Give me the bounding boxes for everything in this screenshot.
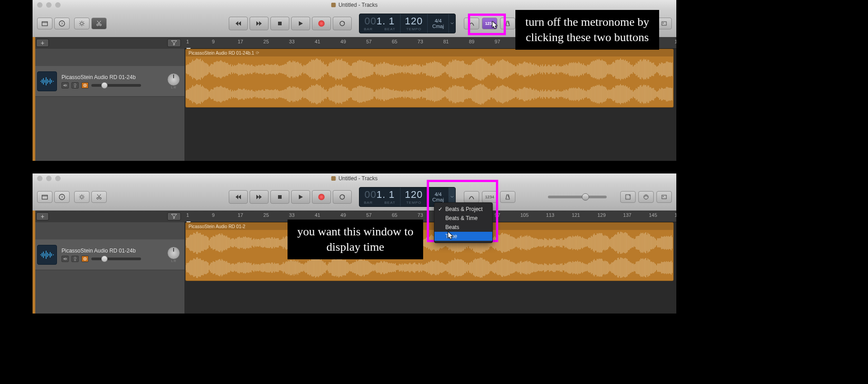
lcd-timesig[interactable]: 4/4 bbox=[434, 192, 441, 197]
add-track-button[interactable]: + bbox=[36, 212, 49, 220]
track-name[interactable]: PicassoStein Audio RD 01-24b bbox=[61, 74, 163, 80]
track-header[interactable]: PicassoStein Audio RD 01-24b L R bbox=[33, 66, 184, 97]
metronome-button[interactable] bbox=[500, 18, 515, 29]
zoom-dot[interactable] bbox=[55, 176, 61, 181]
scissors-icon[interactable] bbox=[91, 191, 107, 203]
stop-button[interactable] bbox=[270, 17, 289, 30]
window-controls[interactable] bbox=[37, 176, 61, 181]
ruler-mark: 137 bbox=[623, 212, 631, 218]
ruler-mark: 57 bbox=[366, 39, 372, 44]
volume-slider[interactable] bbox=[91, 258, 141, 260]
library-button[interactable] bbox=[37, 191, 52, 203]
lcd-timesig[interactable]: 4/4 bbox=[434, 18, 441, 23]
minimize-dot[interactable] bbox=[46, 176, 52, 181]
mute-button[interactable] bbox=[61, 256, 69, 262]
minimize-dot[interactable] bbox=[46, 2, 52, 8]
notepad-button[interactable] bbox=[620, 191, 636, 203]
audio-region[interactable]: PicassoStein Audio RD 01-24b.1⟳ bbox=[185, 49, 674, 108]
mute-button[interactable] bbox=[61, 82, 69, 89]
lcd-dropdown-button[interactable] bbox=[449, 14, 455, 33]
rewind-button[interactable] bbox=[229, 190, 248, 204]
lcd-tempo[interactable]: 120 bbox=[405, 16, 423, 26]
close-dot[interactable] bbox=[37, 2, 42, 8]
annotation-metronome: turn off the metronome by clicking these… bbox=[515, 10, 659, 50]
audio-region[interactable]: PicassoStein Audio RD 01-2 bbox=[185, 222, 674, 281]
lcd-display[interactable]: 001. 1 BAR BEAT 120 TEMPO 4/4 Cmaj bbox=[359, 14, 456, 33]
input-monitor-button[interactable] bbox=[81, 82, 89, 89]
ruler-mark: 33 bbox=[289, 39, 294, 44]
tuner-button[interactable] bbox=[464, 18, 479, 29]
close-dot[interactable] bbox=[37, 176, 42, 181]
track-type-icon bbox=[37, 71, 57, 91]
track-filter-button[interactable] bbox=[167, 39, 181, 47]
playhead[interactable] bbox=[186, 219, 191, 222]
media-browser-button[interactable] bbox=[656, 191, 672, 203]
pan-knob[interactable] bbox=[167, 73, 180, 86]
dropdown-item-beats[interactable]: Beats bbox=[434, 223, 492, 232]
lcd-tempo[interactable]: 120 bbox=[405, 190, 423, 200]
zoom-dot[interactable] bbox=[55, 2, 61, 8]
play-button[interactable] bbox=[291, 17, 310, 30]
forward-button[interactable] bbox=[250, 190, 269, 204]
ruler-mark: 17 bbox=[238, 212, 243, 218]
track-header[interactable]: PicassoStein Audio RD 01-24b L R bbox=[33, 239, 184, 270]
play-button[interactable] bbox=[291, 190, 310, 204]
rewind-button[interactable] bbox=[229, 17, 248, 30]
forward-button[interactable] bbox=[250, 17, 269, 30]
pan-label: L R bbox=[167, 86, 180, 89]
lcd-mode-dropdown[interactable]: Beats & ProjectBeats & TimeBeatsTime bbox=[434, 202, 493, 243]
record-button[interactable] bbox=[312, 190, 331, 204]
add-track-button[interactable]: + bbox=[36, 39, 49, 47]
settings-icon[interactable] bbox=[74, 191, 90, 203]
cycle-button[interactable] bbox=[333, 190, 352, 204]
svg-point-12 bbox=[85, 85, 85, 86]
library-button[interactable] bbox=[37, 18, 52, 29]
ruler-mark: 65 bbox=[392, 212, 397, 218]
volume-slider[interactable] bbox=[91, 84, 141, 87]
countin-button[interactable]: 1234 bbox=[482, 18, 497, 29]
scissors-icon[interactable] bbox=[91, 18, 107, 29]
track-filter-button[interactable] bbox=[167, 212, 181, 220]
lcd-key[interactable]: Cmaj bbox=[432, 197, 444, 202]
countin-button[interactable]: 1234 bbox=[482, 191, 497, 203]
settings-icon[interactable] bbox=[74, 18, 90, 29]
ruler[interactable]: 1917253341495765738189971051131211291371… bbox=[184, 211, 676, 222]
ruler-mark: 97 bbox=[495, 212, 500, 218]
zoom-slider[interactable] bbox=[548, 196, 607, 198]
record-button[interactable] bbox=[312, 17, 331, 30]
region-name: PicassoStein Audio RD 01-2 bbox=[186, 223, 673, 230]
ruler-mark: 25 bbox=[264, 39, 269, 44]
tuner-button[interactable] bbox=[464, 191, 479, 203]
dropdown-item-beats-project[interactable]: Beats & Project bbox=[434, 205, 492, 214]
svg-text:?: ? bbox=[61, 195, 63, 199]
lcd-position[interactable]: 1. 1 bbox=[377, 189, 395, 200]
lcd-bar-label: BAR BEAT bbox=[364, 27, 396, 31]
track-name[interactable]: PicassoStein Audio RD 01-24b bbox=[61, 248, 163, 254]
ruler-mark: 1 bbox=[186, 212, 189, 218]
solo-button[interactable] bbox=[71, 82, 79, 89]
lcd-bar-dim: 00 bbox=[364, 189, 376, 200]
input-monitor-button[interactable] bbox=[81, 256, 89, 262]
lcd-position[interactable]: 1. 1 bbox=[377, 15, 395, 27]
pan-knob[interactable] bbox=[167, 247, 180, 259]
loop-browser-button[interactable] bbox=[638, 191, 654, 203]
stop-button[interactable] bbox=[270, 190, 289, 204]
cycle-button[interactable] bbox=[333, 17, 352, 30]
window-controls[interactable] bbox=[37, 2, 61, 8]
ruler-mark: 121 bbox=[572, 212, 580, 218]
dropdown-item-time[interactable]: Time bbox=[434, 232, 492, 241]
solo-button[interactable] bbox=[71, 256, 79, 262]
svg-rect-19 bbox=[278, 195, 282, 199]
transport-controls bbox=[229, 190, 352, 204]
ruler-mark: 57 bbox=[366, 212, 372, 218]
playhead[interactable] bbox=[186, 45, 191, 49]
svg-text:?: ? bbox=[61, 22, 63, 26]
metronome-button[interactable] bbox=[500, 191, 515, 203]
window-title: Untitled - Tracks bbox=[331, 175, 378, 182]
dropdown-item-beats-time[interactable]: Beats & Time bbox=[434, 214, 492, 223]
lcd-bar-label: BAR BEAT bbox=[364, 201, 396, 205]
ruler-mark: 113 bbox=[546, 212, 554, 218]
help-button[interactable]: ? bbox=[54, 191, 70, 203]
lcd-key[interactable]: Cmaj bbox=[432, 23, 444, 29]
help-button[interactable]: ? bbox=[54, 18, 70, 29]
